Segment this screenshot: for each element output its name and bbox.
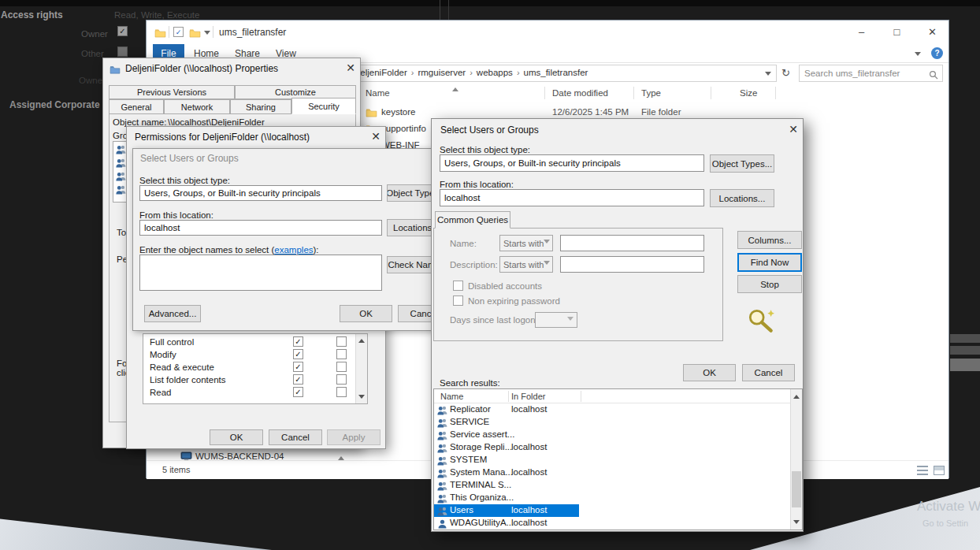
object-types-button[interactable]: Object Types... <box>710 154 774 173</box>
close-button[interactable]: ✕ <box>915 20 950 43</box>
stop-button[interactable]: Stop <box>737 275 802 293</box>
allow-checkbox[interactable]: ✓ <box>293 374 303 385</box>
location-field: localhost <box>440 189 704 206</box>
results-column-name[interactable]: Name <box>440 392 463 401</box>
results-column-folder[interactable]: In Folder <box>511 392 545 401</box>
search-result-row[interactable]: This Organiza... <box>434 492 790 504</box>
tab-security[interactable]: Security <box>291 98 356 114</box>
permissions-list[interactable]: Full control✓Modify✓Read & execute✓List … <box>143 333 368 404</box>
search-magnifier-icon <box>745 307 777 338</box>
column-header-date[interactable]: Date modified <box>552 88 608 98</box>
close-icon[interactable]: ✕ <box>340 58 362 77</box>
scrollbar[interactable] <box>355 334 367 403</box>
other-checkbox[interactable] <box>117 46 128 57</box>
deny-checkbox[interactable] <box>336 374 347 385</box>
breadcrumb-item[interactable]: webapps <box>477 68 513 77</box>
search-icon[interactable] <box>929 69 938 83</box>
ok-button[interactable]: OK <box>340 305 392 322</box>
deny-checkbox[interactable] <box>336 349 347 359</box>
search-results-list[interactable]: Name In Folder ReplicatorlocalhostSERVIC… <box>433 388 803 530</box>
name-operator-dropdown[interactable]: Starts with <box>499 235 553 251</box>
result-folder: localhost <box>511 404 547 414</box>
expand-ribbon-icon[interactable] <box>915 52 921 59</box>
details-view-icon[interactable] <box>917 466 928 475</box>
locations-button[interactable]: Locations... <box>710 189 774 207</box>
folder-icon <box>154 27 166 41</box>
description-operator-dropdown[interactable]: Starts with <box>499 256 553 273</box>
column-header-size[interactable]: Size <box>740 88 757 98</box>
columns-button[interactable]: Columns... <box>737 231 802 249</box>
object-names-input[interactable] <box>139 255 382 291</box>
deny-checkbox[interactable] <box>336 336 347 347</box>
breadcrumb-item[interactable]: ums_filetransfer <box>524 68 588 77</box>
result-rows: ReplicatorlocalhostSERVICEService assert… <box>434 403 790 530</box>
allow-checkbox[interactable]: ✓ <box>293 349 303 359</box>
folder-icon[interactable] <box>189 27 201 41</box>
maximize-button[interactable]: □ <box>879 20 915 43</box>
scroll-down-icon[interactable] <box>791 520 802 527</box>
allow-checkbox[interactable]: ✓ <box>293 336 303 347</box>
close-icon[interactable]: ✕ <box>782 119 804 139</box>
allow-checkbox[interactable]: ✓ <box>293 387 303 397</box>
help-icon[interactable]: ? <box>931 47 943 59</box>
quick-access-check-icon[interactable]: ✓ <box>173 27 184 37</box>
name-input[interactable] <box>560 235 704 251</box>
column-header-type[interactable]: Type <box>641 88 661 98</box>
description-label: Description: <box>450 260 498 269</box>
minimize-button[interactable]: – <box>844 20 879 43</box>
collapse-chevron-icon[interactable] <box>338 453 344 460</box>
description-input[interactable] <box>560 256 704 273</box>
search-result-row[interactable]: SERVICE <box>434 416 790 429</box>
tab-general[interactable]: General <box>109 99 164 114</box>
apply-button[interactable]: Apply <box>327 429 380 445</box>
close-icon[interactable]: ✕ <box>365 127 387 146</box>
search-result-row[interactable]: System Mana...localhost <box>434 466 790 479</box>
result-name: System Mana... <box>450 467 513 477</box>
search-result-row[interactable]: Userslocalhost <box>434 504 790 517</box>
search-result-row[interactable]: Replicatorlocalhost <box>434 403 790 416</box>
scroll-down-icon[interactable] <box>356 395 367 402</box>
column-header-name[interactable]: Name <box>366 88 390 98</box>
thumbnail-view-icon[interactable] <box>934 466 945 475</box>
tab-common-queries[interactable]: Common Queries <box>435 211 510 229</box>
scroll-up-icon[interactable] <box>791 392 802 399</box>
breadcrumb-item[interactable]: DeljeniFolder <box>354 68 407 77</box>
address-dropdown-icon[interactable] <box>765 72 771 79</box>
cancel-button[interactable]: Cancel <box>269 429 322 445</box>
allow-checkbox[interactable]: ✓ <box>293 362 303 372</box>
scroll-up-icon[interactable] <box>356 336 367 343</box>
search-box[interactable]: Search ums_filetransfer <box>799 65 943 82</box>
permission-row: Read & execute✓ <box>143 362 355 374</box>
disabled-accounts-checkbox[interactable] <box>453 281 463 291</box>
ok-button[interactable]: OK <box>683 364 736 381</box>
search-result-row[interactable]: WDAGUtilityA...localhost <box>434 517 790 530</box>
search-result-row[interactable]: Storage Repli...localhost <box>434 441 790 454</box>
tab-sharing[interactable]: Sharing <box>230 99 291 114</box>
find-now-button[interactable]: Find Now <box>737 253 802 272</box>
tab-previous-versions[interactable]: Previous Versions <box>109 85 235 99</box>
examples-link[interactable]: examples <box>274 245 313 255</box>
scrollbar[interactable] <box>790 389 802 530</box>
deny-checkbox[interactable] <box>336 362 347 372</box>
advanced-button[interactable]: Advanced... <box>144 305 201 322</box>
search-result-row[interactable]: Service assert... <box>434 429 790 441</box>
search-result-row[interactable]: SYSTEM <box>434 454 790 466</box>
refresh-icon[interactable]: ↻ <box>781 67 790 79</box>
scrollbar-thumb[interactable] <box>792 471 801 507</box>
non-expiring-password-checkbox[interactable] <box>453 295 463 306</box>
tab-network[interactable]: Network <box>164 99 230 114</box>
group-icon <box>116 184 126 198</box>
search-results-label: Search results: <box>440 378 500 388</box>
breadcrumb-item[interactable]: rmguiserver <box>418 68 466 77</box>
quick-access-dropdown-icon[interactable] <box>204 31 210 38</box>
result-name: WDAGUtilityA... <box>450 518 514 527</box>
deny-checkbox[interactable] <box>336 387 347 397</box>
activate-watermark-line2: Go to Settin <box>922 518 968 528</box>
days-dropdown[interactable] <box>535 312 577 328</box>
owner-checkbox[interactable]: ✓ <box>117 26 128 36</box>
search-result-row[interactable]: TERMINAL S... <box>434 479 790 492</box>
background-bar <box>950 359 980 371</box>
cancel-button[interactable]: Cancel <box>742 364 795 381</box>
ok-button[interactable]: OK <box>210 429 263 445</box>
access-rights-value: Read, Write, Execute <box>114 10 199 20</box>
